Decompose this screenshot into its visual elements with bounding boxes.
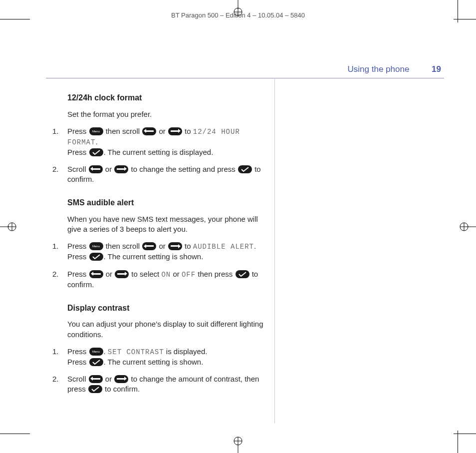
heading-display-contrast: Display contrast: [67, 303, 269, 314]
running-header: BT Paragon 500 – Edition 4 – 10.05.04 – …: [0, 11, 476, 20]
crop-mark-right: [459, 219, 476, 234]
svg-point-12: [460, 223, 468, 231]
confirm-key-icon: [236, 270, 249, 278]
section-clock-format: 12/24h clock format Set the format you p…: [47, 92, 269, 184]
section-title: Using the phone: [348, 64, 410, 74]
left-key-icon: [89, 270, 103, 278]
right-key-icon: [114, 165, 128, 173]
section-rule: [46, 78, 444, 78]
menu-key-icon: [89, 242, 103, 250]
heading-sms-alert: SMS audible alert: [67, 197, 269, 208]
left-key-icon: [89, 375, 103, 383]
confirm-key-icon: [238, 165, 252, 173]
section-header: Using the phone 19: [348, 64, 441, 75]
intro-clock-format: Set the format you prefer.: [67, 109, 269, 119]
step: Press . SET CONTRAST is displayed. Press…: [47, 347, 269, 367]
intro-sms-alert: When you have new SMS text messages, you…: [67, 214, 269, 235]
svg-point-4: [234, 437, 242, 445]
lcd-text: OFF: [182, 271, 196, 279]
left-key-icon: [142, 127, 156, 135]
lcd-text: ON: [161, 271, 171, 279]
right-key-icon: [168, 242, 182, 250]
step: Scroll or to change the amount of contra…: [47, 374, 269, 395]
confirm-key-icon: [89, 148, 103, 156]
manual-page: BT Paragon 500 – Edition 4 – 10.05.04 – …: [0, 0, 476, 453]
section-sms-alert: SMS audible alert When you have new SMS …: [47, 197, 269, 289]
crop-mark-left: [0, 219, 17, 234]
menu-key-icon: [89, 348, 103, 356]
lcd-text: SET CONTRAST: [108, 348, 164, 356]
step: Press then scroll or to 12/24 HOUR FORMA…: [47, 126, 269, 157]
content-column: 12/24h clock format Set the format you p…: [47, 92, 269, 407]
right-key-icon: [168, 127, 182, 135]
crop-line: [454, 434, 476, 434]
confirm-key-icon: [89, 253, 103, 261]
lcd-text: AUDIBLE ALERT: [193, 243, 254, 251]
left-key-icon: [89, 165, 103, 173]
crop-line: [0, 434, 30, 434]
column-divider: [274, 78, 275, 423]
intro-display-contrast: You can adjust your phone’s display to s…: [67, 319, 269, 340]
confirm-key-icon: [88, 385, 102, 393]
svg-point-9: [8, 223, 16, 231]
page-number: 19: [432, 64, 441, 74]
confirm-key-icon: [89, 358, 103, 366]
right-key-icon: [115, 270, 129, 278]
section-display-contrast: Display contrast You can adjust your pho…: [47, 303, 269, 395]
step: Press or to select ON or OFF then press …: [47, 269, 269, 290]
crop-line: [458, 431, 458, 453]
step: Press then scroll or to AUDIBLE ALERT. P…: [47, 241, 269, 262]
heading-clock-format: 12/24h clock format: [67, 92, 269, 103]
left-key-icon: [142, 242, 156, 250]
step: Scroll or to change the setting and pres…: [47, 164, 269, 185]
right-key-icon: [114, 375, 128, 383]
menu-key-icon: [89, 127, 103, 135]
crop-mark-bottom: [231, 436, 245, 453]
